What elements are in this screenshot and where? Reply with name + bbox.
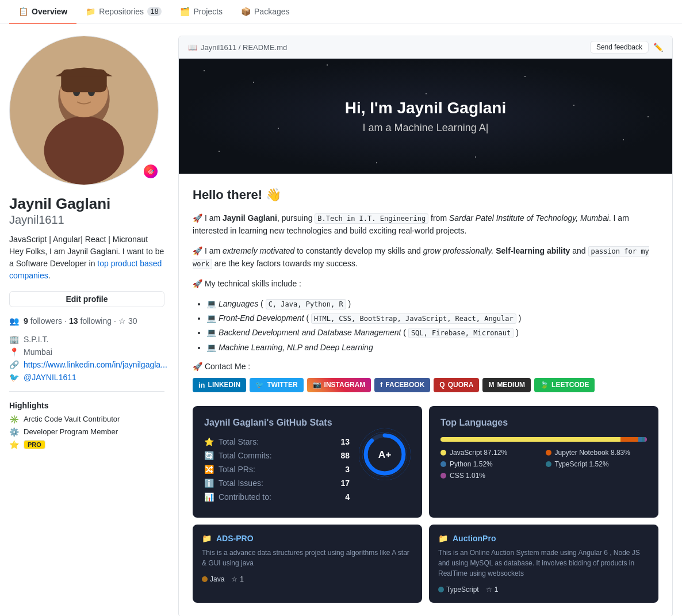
dev-program-icon: ⚙️ [9, 427, 19, 437]
stats-row-stars: ⭐ Total Stars: 13 [204, 437, 350, 446]
facebook-button[interactable]: f FACEBOOK [374, 378, 430, 392]
lang-bar [440, 437, 647, 442]
avatar-container: 🎯 [9, 36, 164, 185]
location-icon: 📍 [9, 347, 19, 357]
lang-item-jupyter: Jupyter Notebook 8.83% [546, 449, 647, 457]
lang-dot-ts [546, 461, 551, 467]
twitter-bird-icon: 🐦 [255, 381, 264, 389]
project-ads-name[interactable]: ADS-PRO [216, 534, 254, 543]
meta-org: 🏢 S.P.I.T. [9, 335, 164, 344]
project-card-auction: 📁 AuctionPro This is an Online Auction S… [429, 525, 658, 603]
tab-repositories-label: Repositories [99, 7, 144, 16]
twitter-button[interactable]: 🐦 TWITTER [250, 378, 303, 392]
meta-linkedin: 🔗 https://www.linkedin.com/in/jaynilgagl… [9, 360, 164, 369]
lang-dot-jupyter [546, 450, 551, 456]
sidebar: 🎯 Jaynil Gaglani Jaynil1611 JavaScript |… [9, 36, 164, 616]
skill-ml: 💻 Machine Learning, NLP and Deep Learnin… [206, 340, 658, 355]
svg-text:A+: A+ [378, 449, 392, 460]
lang-item-js: JavaScript 87.12% [440, 449, 542, 457]
auction-lang-label: TypeScript [446, 586, 479, 594]
issues-value: 17 [340, 479, 350, 488]
project-card-ads: 📁 ADS-PRO This is a advance data structu… [193, 525, 422, 603]
prs-icon: 🔀 [204, 465, 214, 474]
lang-bar-css [645, 437, 647, 442]
twitter-link[interactable]: @JAYNIL1611 [24, 373, 76, 382]
main-layout: 🎯 Jaynil Gaglani Jaynil1611 JavaScript |… [0, 24, 682, 616]
lang-item-css: CSS 1.01% [440, 472, 542, 480]
meta-org-text: S.P.I.T. [24, 335, 48, 344]
instagram-label: INSTAGRAM [324, 381, 366, 389]
medium-button[interactable]: M MEDIUM [482, 378, 531, 392]
lang-js-label: JavaScript 87.12% [450, 449, 507, 457]
instagram-button[interactable]: 📷 INSTAGRAM [307, 378, 371, 392]
stats-row-contributed: 📊 Contributed to: 4 [204, 492, 350, 502]
repositories-icon: 📁 [86, 7, 95, 16]
stars-icon: ⭐ [204, 437, 214, 446]
followers-label: followers [30, 316, 62, 326]
readme-para-2: 🚀 I am extremely motivated to constantly… [193, 244, 658, 270]
avatar [9, 36, 159, 185]
ads-star-count: ☆ 1 [231, 575, 244, 583]
readme-header-right: Send feedback ✏️ [590, 41, 663, 53]
quora-button[interactable]: Q QUORA [434, 378, 479, 392]
send-feedback-button[interactable]: Send feedback [590, 41, 649, 53]
medium-icon: M [488, 381, 494, 389]
tab-projects[interactable]: 🗂️ Projects [171, 0, 232, 24]
highlights-list: ✳️ Arctic Code Vault Contributor ⚙️ Deve… [9, 415, 164, 449]
skill-backend: 💻 Backend Development and Database Manag… [206, 326, 658, 340]
meta-twitter: 🐦 @JAYNIL1611 [9, 373, 164, 382]
project-card-ads-header: 📁 ADS-PRO [202, 534, 413, 543]
readme-content: Hello there! 👋 🚀 I am Jaynil Gaglani, pu… [179, 174, 672, 616]
leetcode-button[interactable]: 🍃 LEETCODE [534, 378, 595, 392]
tab-packages[interactable]: 📦 Packages [232, 0, 298, 24]
profile-username: Jaynil1611 [9, 213, 164, 227]
leetcode-icon: 🍃 [540, 381, 549, 389]
meta-location-text: Mumbai [24, 347, 52, 357]
contributed-icon: 📊 [204, 492, 214, 502]
commits-label: Total Commits: [219, 451, 336, 460]
projects-icon: 🗂️ [180, 7, 190, 16]
ads-lang-indicator: Java [202, 575, 224, 583]
pro-star-icon: ⭐ [9, 440, 19, 449]
project-card-auction-header: 📁 AuctionPro [438, 534, 649, 543]
edit-readme-icon[interactable]: ✏️ [653, 43, 663, 52]
contributed-label: Contributed to: [219, 492, 340, 502]
social-buttons: in LINKEDIN 🐦 TWITTER 📷 INSTAGRAM f [193, 378, 658, 392]
readme-para-1: 🚀 I am Jaynil Gaglani, pursuing B.Tech i… [193, 212, 658, 238]
twitter-icon: 🐦 [9, 373, 19, 382]
lang-dot-python [440, 461, 446, 467]
followers-count[interactable]: 9 [24, 316, 28, 326]
stats-row-prs: 🔀 Total PRs: 3 [204, 465, 350, 474]
stats-left: ⭐ Total Stars: 13 🔄 Total Commits: 88 [204, 437, 350, 506]
lang-jupyter-label: Jupyter Notebook 8.83% [555, 449, 630, 457]
stats-row-commits: 🔄 Total Commits: 88 [204, 451, 350, 460]
edit-profile-button[interactable]: Edit profile [9, 291, 164, 307]
project-ads-footer: Java ☆ 1 [202, 575, 413, 583]
facebook-label: FACEBOOK [385, 381, 424, 389]
linkedin-button[interactable]: in LINKEDIN [193, 378, 246, 392]
tab-packages-label: Packages [254, 7, 289, 16]
highlight-arctic: ✳️ Arctic Code Vault Contributor [9, 415, 164, 424]
lang-dot-css [440, 473, 446, 479]
bio-link[interactable]: top product based companies [9, 259, 162, 280]
repositories-count: 18 [147, 7, 162, 16]
project-auction-name[interactable]: AuctionPro [453, 534, 496, 543]
lang-item-ts: TypeScript 1.52% [546, 460, 647, 468]
packages-icon: 📦 [241, 7, 251, 16]
meta-location: 📍 Mumbai [9, 347, 164, 357]
lang-bar-js [440, 437, 620, 442]
nav-tabs: 📋 Overview 📁 Repositories 18 🗂️ Projects… [0, 0, 682, 24]
linkedin-link[interactable]: https://www.linkedin.com/in/jaynilgagla.… [24, 360, 167, 369]
avatar-badge: 🎯 [143, 163, 159, 179]
grade-circle-container: A+ [359, 403, 411, 506]
project-cards-grid: 📁 ADS-PRO This is a advance data structu… [193, 525, 658, 603]
lang-dot-js [440, 450, 446, 456]
tab-repositories[interactable]: 📁 Repositories 18 [76, 0, 171, 24]
leetcode-label: LEETCODE [551, 381, 589, 389]
lang-bar-jupyter [620, 437, 639, 442]
following-count[interactable]: 13 [69, 316, 78, 326]
auction-lang-dot [438, 587, 444, 592]
skill-languages: 💻 Languages ( C, Java, Python, R ) [206, 297, 658, 311]
tab-overview[interactable]: 📋 Overview [9, 0, 76, 24]
auction-lang-indicator: TypeScript [438, 586, 479, 594]
